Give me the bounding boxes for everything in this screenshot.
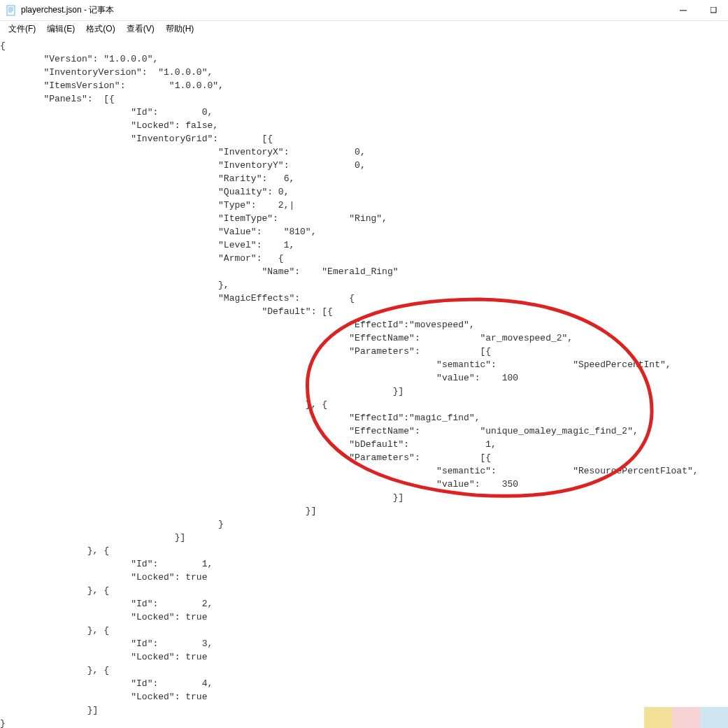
color-strip [644,707,728,728]
menubar: 文件(F) 编辑(E) 格式(O) 查看(V) 帮助(H) [0,21,728,36]
minimize-button[interactable] [675,2,692,19]
notepad-icon [6,5,17,16]
menu-view[interactable]: 查看(V) [121,22,160,36]
window-title: playerchest.json - 记事本 [21,4,675,16]
window-controls [675,2,722,19]
editor-text-area[interactable]: { "Version": "1.0.0.0", "InventoryVersio… [0,36,728,728]
menu-edit[interactable]: 编辑(E) [41,22,80,36]
svg-rect-6 [711,7,716,13]
menu-help[interactable]: 帮助(H) [160,22,200,36]
menu-format[interactable]: 格式(O) [80,22,120,36]
titlebar: playerchest.json - 记事本 [0,0,728,21]
maximize-button[interactable] [706,2,722,19]
menu-file[interactable]: 文件(F) [3,22,41,36]
